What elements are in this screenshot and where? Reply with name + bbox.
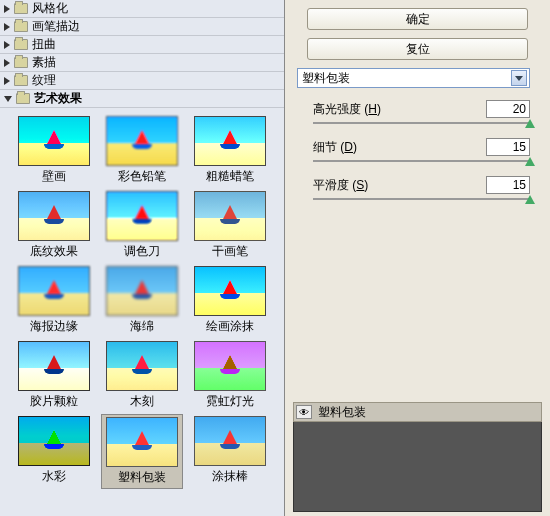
right-panel: 确定 复位 塑料包装 高光强度 (H)细节 (D)平滑度 (S) 👁 塑料包装 <box>285 0 550 516</box>
filter-label: 干画笔 <box>212 243 248 260</box>
filter-preview-image <box>194 116 266 166</box>
filter-preview-image <box>18 191 90 241</box>
filter-thumb[interactable]: 粗糙蜡笔 <box>189 114 271 187</box>
filter-preview-image <box>106 116 178 166</box>
filter-thumb[interactable]: 水彩 <box>13 414 95 489</box>
filter-thumb[interactable]: 干画笔 <box>189 189 271 262</box>
filter-preview-image <box>18 116 90 166</box>
filter-label: 调色刀 <box>124 243 160 260</box>
category-label: 扭曲 <box>32 36 56 53</box>
category-label: 艺术效果 <box>34 90 82 107</box>
filter-label: 绘画涂抹 <box>206 318 254 335</box>
slider-track[interactable] <box>313 122 530 124</box>
filter-preview-image <box>194 341 266 391</box>
category-row[interactable]: 艺术效果 <box>0 90 284 108</box>
folder-icon <box>14 39 28 50</box>
filter-preview-image <box>106 266 178 316</box>
category-label: 素描 <box>32 54 56 71</box>
ok-button[interactable]: 确定 <box>307 8 528 30</box>
sliders-group: 高光强度 (H)细节 (D)平滑度 (S) <box>293 100 542 214</box>
filter-preview-image <box>18 416 90 466</box>
slider-label: 平滑度 (S) <box>313 177 368 194</box>
category-row[interactable]: 纹理 <box>0 72 284 90</box>
filter-thumb[interactable]: 彩色铅笔 <box>101 114 183 187</box>
category-label: 纹理 <box>32 72 56 89</box>
filter-label: 木刻 <box>130 393 154 410</box>
filter-preview-image <box>194 266 266 316</box>
filter-thumb[interactable]: 涂抹棒 <box>189 414 271 489</box>
triangle-right-icon <box>4 59 10 67</box>
category-label: 风格化 <box>32 0 68 17</box>
filter-thumb[interactable]: 海绵 <box>101 264 183 337</box>
effect-layer-row[interactable]: 👁 塑料包装 <box>293 402 542 422</box>
slider-row: 细节 (D) <box>313 138 530 162</box>
triangle-right-icon <box>4 23 10 31</box>
effect-layers-body <box>293 422 542 512</box>
filter-preview-image <box>194 416 266 466</box>
filter-thumb[interactable]: 调色刀 <box>101 189 183 262</box>
filter-thumb[interactable]: 壁画 <box>13 114 95 187</box>
triangle-right-icon <box>4 41 10 49</box>
filter-preview-image <box>18 341 90 391</box>
folder-icon <box>14 3 28 14</box>
filter-label: 水彩 <box>42 468 66 485</box>
filter-label: 底纹效果 <box>30 243 78 260</box>
chevron-down-icon <box>511 70 527 86</box>
folder-icon <box>14 21 28 32</box>
slider-track[interactable] <box>313 160 530 162</box>
triangle-right-icon <box>4 77 10 85</box>
effect-layers: 👁 塑料包装 <box>293 402 542 512</box>
filter-preview-image <box>106 341 178 391</box>
dropdown-selected: 塑料包装 <box>302 70 350 87</box>
slider-row: 高光强度 (H) <box>313 100 530 124</box>
slider-value-input[interactable] <box>486 100 530 118</box>
category-row[interactable]: 风格化 <box>0 0 284 18</box>
folder-icon <box>14 57 28 68</box>
filter-label: 海绵 <box>130 318 154 335</box>
filter-dropdown[interactable]: 塑料包装 <box>297 68 530 88</box>
folder-icon <box>14 75 28 86</box>
slider-thumb[interactable] <box>525 157 535 166</box>
filter-label: 涂抹棒 <box>212 468 248 485</box>
eye-icon[interactable]: 👁 <box>296 405 312 419</box>
filter-label: 塑料包装 <box>118 469 166 486</box>
triangle-down-icon <box>4 96 12 102</box>
category-list: 风格化画笔描边扭曲素描纹理艺术效果 <box>0 0 284 108</box>
left-panel: 风格化画笔描边扭曲素描纹理艺术效果 壁画彩色铅笔粗糙蜡笔底纹效果调色刀干画笔海报… <box>0 0 285 516</box>
effect-layer-label: 塑料包装 <box>318 404 366 421</box>
filter-preview-image <box>106 417 178 467</box>
filter-label: 胶片颗粒 <box>30 393 78 410</box>
slider-thumb[interactable] <box>525 195 535 204</box>
filter-label: 壁画 <box>42 168 66 185</box>
filter-thumb[interactable]: 木刻 <box>101 339 183 412</box>
filter-preview-image <box>18 266 90 316</box>
filter-thumbnails: 壁画彩色铅笔粗糙蜡笔底纹效果调色刀干画笔海报边缘海绵绘画涂抹胶片颗粒木刻霓虹灯光… <box>0 108 284 516</box>
filter-preview-image <box>194 191 266 241</box>
category-row[interactable]: 扭曲 <box>0 36 284 54</box>
filter-gallery-dialog: 风格化画笔描边扭曲素描纹理艺术效果 壁画彩色铅笔粗糙蜡笔底纹效果调色刀干画笔海报… <box>0 0 550 516</box>
filter-label: 海报边缘 <box>30 318 78 335</box>
slider-track[interactable] <box>313 198 530 200</box>
slider-value-input[interactable] <box>486 138 530 156</box>
filter-thumb[interactable]: 胶片颗粒 <box>13 339 95 412</box>
filter-thumb[interactable]: 绘画涂抹 <box>189 264 271 337</box>
filter-thumb[interactable]: 底纹效果 <box>13 189 95 262</box>
slider-label: 高光强度 (H) <box>313 101 381 118</box>
slider-label: 细节 (D) <box>313 139 357 156</box>
filter-label: 粗糙蜡笔 <box>206 168 254 185</box>
triangle-right-icon <box>4 5 10 13</box>
filter-thumb[interactable]: 海报边缘 <box>13 264 95 337</box>
filter-label: 彩色铅笔 <box>118 168 166 185</box>
filter-label: 霓虹灯光 <box>206 393 254 410</box>
reset-button[interactable]: 复位 <box>307 38 528 60</box>
slider-value-input[interactable] <box>486 176 530 194</box>
filter-thumb[interactable]: 塑料包装 <box>101 414 183 489</box>
filter-thumb[interactable]: 霓虹灯光 <box>189 339 271 412</box>
category-row[interactable]: 素描 <box>0 54 284 72</box>
filter-preview-image <box>106 191 178 241</box>
slider-row: 平滑度 (S) <box>313 176 530 200</box>
folder-icon <box>16 93 30 104</box>
category-label: 画笔描边 <box>32 18 80 35</box>
slider-thumb[interactable] <box>525 119 535 128</box>
category-row[interactable]: 画笔描边 <box>0 18 284 36</box>
